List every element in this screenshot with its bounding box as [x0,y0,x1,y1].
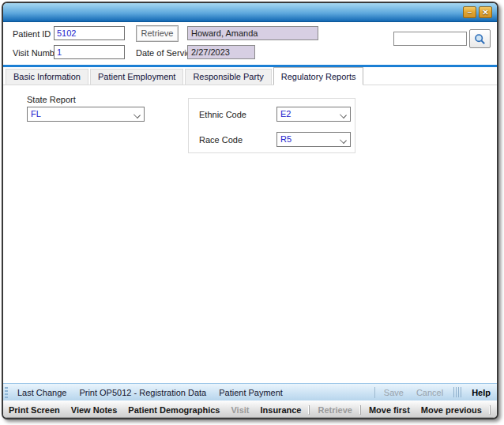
state-report-label: State Report [27,95,76,104]
navigation-toolbar: Print Screen View Notes Patient Demograp… [3,401,497,418]
retrieve-button[interactable]: Retrieve [136,25,179,42]
tab[interactable]: Patient Employment [90,69,183,85]
save-button[interactable]: Save [378,388,410,397]
race-code-value: R5 [280,134,291,144]
navigation-toolbar-item-label: Print Screen [9,405,60,415]
navigation-toolbar-item[interactable]: View Notes [66,405,123,415]
regulatory-reports-panel: State Report FL Ethnic Code E2 Race Code… [3,85,497,384]
tab-label: Regulatory Reports [281,72,356,81]
minimize-button[interactable]: – [463,6,476,18]
action-toolbar-item-label: Last Change [17,388,66,397]
patient-name-field: Howard, Amanda [187,26,318,40]
navigation-toolbar-item-label: Visit [231,405,249,415]
patient-id-input[interactable] [54,26,125,40]
navigation-toolbar-item-label: Move first [369,405,410,415]
ethnic-code-label: Ethnic Code [199,110,246,119]
search-button[interactable] [469,29,491,48]
race-code-select[interactable]: R5 [276,132,351,147]
tab-label: Responsible Party [193,72,263,81]
navigation-toolbar-item[interactable]: Insurance [254,405,307,415]
action-toolbar-item-label: Patient Payment [219,388,283,397]
navigation-toolbar-item[interactable]: Visit [225,405,254,415]
navigation-toolbar-item[interactable]: Move previous [416,405,487,415]
tab[interactable]: Regulatory Reports [273,67,364,85]
race-code-label: Race Code [199,135,243,145]
chevron-down-icon [340,137,347,144]
navigation-toolbar-item-label: Insurance [260,405,301,415]
navigation-toolbar-item-label: Move previous [421,405,482,415]
tab-label: Basic Information [13,72,81,81]
search-input[interactable] [393,32,467,46]
visit-number-input[interactable] [54,45,125,59]
chevron-down-icon [134,111,141,118]
navigation-toolbar-item[interactable]: Retrieve [309,405,357,415]
tab[interactable]: Basic Information [6,69,88,85]
state-report-select[interactable]: FL [27,107,145,122]
chevron-down-icon [340,111,347,118]
tab-strip: Basic Information Patient Employment Res… [3,67,497,85]
help-button[interactable]: Help [465,388,497,397]
action-toolbar: Last Change Print OP5012 - Registration … [3,383,497,401]
date-of-service-field: 2/27/2023 [187,45,255,59]
navigation-toolbar-item-label: Retrieve [318,405,352,415]
cancel-button[interactable]: Cancel [410,388,449,397]
navigation-toolbar-item[interactable]: Move next [490,405,498,415]
navigation-toolbar-item[interactable]: Print Screen [3,405,66,415]
action-toolbar-item[interactable]: Print OP5012 - Registration Data [73,388,213,397]
navigation-toolbar-item[interactable]: Move first [360,405,416,415]
navigation-toolbar-item[interactable]: Patient Demographics [122,405,225,415]
separator [374,387,375,398]
action-toolbar-item[interactable]: Last Change [11,388,73,397]
action-toolbar-item[interactable]: Patient Payment [213,388,289,397]
patient-id-label: Patient ID [13,29,51,39]
title-bar: – ✕ [3,3,497,22]
state-report-value: FL [31,109,41,118]
toolbar-grip [453,387,461,397]
action-toolbar-item-label: Print OP5012 - Registration Data [79,388,206,397]
codes-groupbox: Ethnic Code E2 Race Code R5 [188,98,355,153]
ethnic-code-select[interactable]: E2 [276,107,351,122]
patient-lookup-header: Patient ID Retrieve Howard, Amanda Visit… [3,22,497,65]
ethnic-code-value: E2 [280,109,291,118]
toolbar-grip [5,387,8,398]
search-icon [474,33,486,45]
close-button[interactable]: ✕ [479,6,492,18]
navigation-toolbar-item-label: View Notes [71,405,118,415]
tab[interactable]: Responsible Party [185,69,271,85]
app-window: – ✕ Patient ID Retrieve Howard, Amanda V… [2,2,498,419]
date-of-service-label: Date of Service [136,48,195,58]
navigation-toolbar-item-label: Patient Demographics [128,405,220,415]
tab-label: Patient Employment [98,72,175,81]
